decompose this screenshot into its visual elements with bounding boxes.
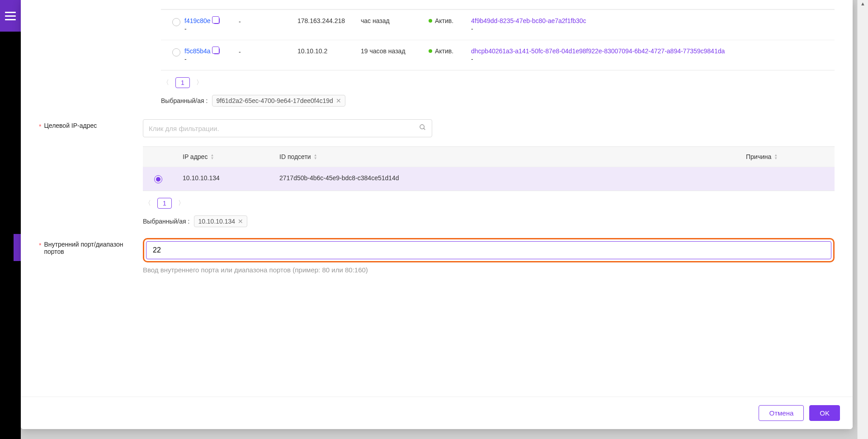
radio-unchecked[interactable] xyxy=(172,18,180,26)
page-number[interactable]: 1 xyxy=(175,77,190,88)
selected-ip-value: 10.10.10.134 xyxy=(198,218,235,225)
copy-icon[interactable] xyxy=(213,48,220,54)
cell-ip: 10.10.10.2 xyxy=(297,47,361,55)
required-icon: * xyxy=(39,242,41,249)
hamburger-icon xyxy=(5,12,16,20)
radio-checked[interactable] xyxy=(154,175,162,183)
table-row[interactable]: 10.10.10.134 2717d50b-4b6c-45e9-bdc8-c38… xyxy=(143,167,835,191)
window-scrollbar[interactable]: ▲ xyxy=(857,0,868,439)
cidr-sub: - xyxy=(471,56,827,63)
host-id: f5c85b4a xyxy=(184,47,211,55)
radio-unchecked[interactable] xyxy=(172,48,180,56)
selected-host-value: 9f61d2a2-65ec-4700-9e64-17dee0f4c19d xyxy=(216,97,333,104)
copy-icon[interactable] xyxy=(213,18,220,24)
port-input-highlight xyxy=(143,238,835,262)
target-ip-row: * Целевой IP-адрес IP адрес ▲▼ xyxy=(39,119,835,227)
host-id-link[interactable]: f419c80e xyxy=(184,17,220,24)
page-prev[interactable]: 〈 xyxy=(161,77,171,89)
cell-time: час назад xyxy=(361,17,429,24)
page-number[interactable]: 1 xyxy=(157,198,172,209)
host-sub: - xyxy=(184,56,239,63)
modal-body: f419c80e - - 178.163.244.218 час назад А… xyxy=(21,0,853,429)
port-helper-text: Ввод внутреннего порта или диапазона пор… xyxy=(143,266,835,274)
scroll-up-icon[interactable]: ▲ xyxy=(858,1,868,6)
cidr-link[interactable]: dhcpb40261a3-a141-50fc-87e8-04d1e98f922e… xyxy=(471,47,827,55)
cell-dash: - xyxy=(239,48,297,56)
modal-footer: Отмена OK xyxy=(21,397,853,429)
svg-line-1 xyxy=(424,128,425,130)
port-input[interactable] xyxy=(146,241,831,259)
status-dot-icon xyxy=(429,19,432,23)
target-ip-text: Целевой IP-адрес xyxy=(44,122,97,129)
ip-table: IP адрес ▲▼ ID подсети ▲▼ Причина ▲▼ xyxy=(143,146,835,191)
ip-header[interactable]: IP адрес xyxy=(183,153,208,160)
selected-ip-row: Выбранный/ая : 10.10.10.134 ✕ xyxy=(143,215,835,227)
svg-point-0 xyxy=(420,125,424,129)
tag-remove-icon[interactable]: ✕ xyxy=(238,218,243,225)
cell-ip: 10.10.10.134 xyxy=(166,174,279,182)
port-label-text: Внутренний порт/диапазон портов xyxy=(44,241,134,255)
required-icon: * xyxy=(39,123,41,130)
reason-header[interactable]: Причина xyxy=(746,153,771,160)
cancel-button[interactable]: Отмена xyxy=(759,405,804,421)
cell-dash: - xyxy=(239,18,297,25)
ip-pagination: 〈 1 〉 xyxy=(143,197,835,209)
port-label: * Внутренний порт/диапазон портов xyxy=(39,238,143,255)
hosts-pagination: 〈 1 〉 xyxy=(161,77,835,89)
subnet-header[interactable]: ID подсети xyxy=(279,153,311,160)
hosts-section: f419c80e - - 178.163.244.218 час назад А… xyxy=(161,9,835,107)
host-sub: - xyxy=(184,25,239,33)
ok-button[interactable]: OK xyxy=(809,405,840,421)
table-row[interactable]: f419c80e - - 178.163.244.218 час назад А… xyxy=(161,9,835,40)
table-row[interactable]: f5c85b4a - - 10.10.10.2 19 часов назад А… xyxy=(161,40,835,70)
port-row: * Внутренний порт/диапазон портов Ввод в… xyxy=(39,238,835,274)
selected-label: Выбранный/ая : xyxy=(143,218,189,225)
selected-label: Выбранный/ая : xyxy=(161,97,208,104)
page-next[interactable]: 〉 xyxy=(194,77,204,89)
cell-ip: 178.163.244.218 xyxy=(297,17,361,24)
host-id-link[interactable]: f5c85b4a xyxy=(184,47,220,55)
target-ip-label: * Целевой IP-адрес xyxy=(39,119,143,130)
page-next[interactable]: 〉 xyxy=(176,197,186,209)
search-icon[interactable] xyxy=(419,124,426,133)
selected-ip-tag: 10.10.10.134 ✕ xyxy=(194,215,247,227)
selected-host-tag: 9f61d2a2-65ec-4700-9e64-17dee0f4c19d ✕ xyxy=(212,95,345,107)
sort-icon[interactable]: ▲▼ xyxy=(774,154,778,160)
selected-host-row: Выбранный/ая : 9f61d2a2-65ec-4700-9e64-1… xyxy=(161,95,835,107)
sort-icon[interactable]: ▲▼ xyxy=(314,154,317,160)
filter-input-wrap[interactable] xyxy=(143,119,432,137)
page-prev[interactable]: 〈 xyxy=(143,197,153,209)
cidr-link[interactable]: 4f9b49dd-8235-47eb-bc80-ae7a2f1fb30c xyxy=(471,17,827,24)
hamburger-button[interactable] xyxy=(0,0,21,32)
sort-icon[interactable]: ▲▼ xyxy=(210,154,214,160)
host-id: f419c80e xyxy=(184,17,211,24)
app-sidebar xyxy=(0,0,21,439)
sidebar-active-marker xyxy=(14,234,21,261)
cell-status: Актив. xyxy=(435,47,453,55)
hosts-table: f419c80e - - 178.163.244.218 час назад А… xyxy=(161,9,835,70)
status-dot-icon xyxy=(429,49,432,53)
cidr-sub: - xyxy=(471,25,827,33)
cell-time: 19 часов назад xyxy=(361,47,429,55)
cell-subnet: 2717d50b-4b6c-45e9-bdc8-c384ce51d14d xyxy=(279,174,746,182)
tag-remove-icon[interactable]: ✕ xyxy=(336,97,341,104)
modal-dialog: f419c80e - - 178.163.244.218 час назад А… xyxy=(21,0,853,429)
cell-status: Актив. xyxy=(435,17,453,24)
filter-input[interactable] xyxy=(149,125,419,132)
ip-table-head: IP адрес ▲▼ ID подсети ▲▼ Причина ▲▼ xyxy=(143,147,835,167)
